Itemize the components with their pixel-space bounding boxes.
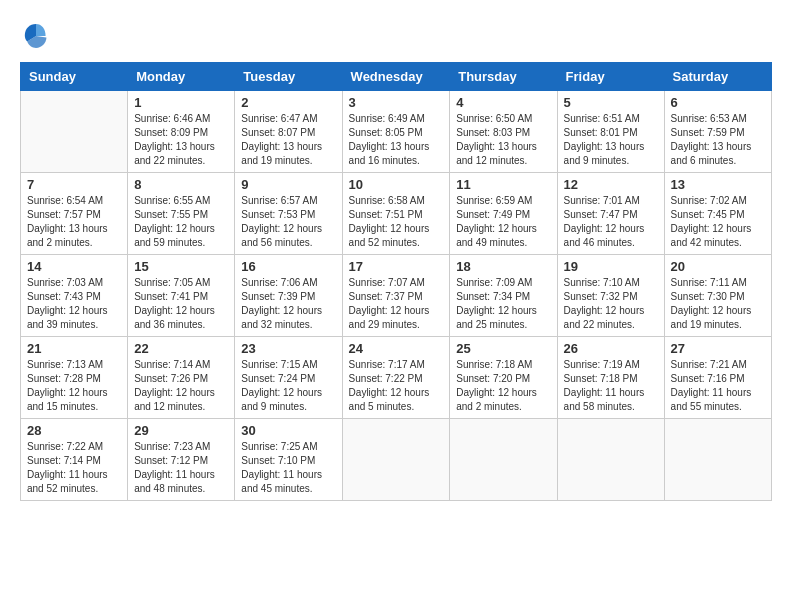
day-number: 27 (671, 341, 765, 356)
logo (20, 20, 56, 52)
day-number: 20 (671, 259, 765, 274)
day-cell: 8Sunrise: 6:55 AM Sunset: 7:55 PM Daylig… (128, 173, 235, 255)
day-cell: 12Sunrise: 7:01 AM Sunset: 7:47 PM Dayli… (557, 173, 664, 255)
day-number: 7 (27, 177, 121, 192)
day-info: Sunrise: 6:57 AM Sunset: 7:53 PM Dayligh… (241, 194, 335, 250)
day-cell: 17Sunrise: 7:07 AM Sunset: 7:37 PM Dayli… (342, 255, 450, 337)
day-info: Sunrise: 7:05 AM Sunset: 7:41 PM Dayligh… (134, 276, 228, 332)
day-number: 16 (241, 259, 335, 274)
day-number: 21 (27, 341, 121, 356)
day-number: 23 (241, 341, 335, 356)
day-info: Sunrise: 6:59 AM Sunset: 7:49 PM Dayligh… (456, 194, 550, 250)
day-info: Sunrise: 6:58 AM Sunset: 7:51 PM Dayligh… (349, 194, 444, 250)
day-info: Sunrise: 7:21 AM Sunset: 7:16 PM Dayligh… (671, 358, 765, 414)
calendar-body: 1Sunrise: 6:46 AM Sunset: 8:09 PM Daylig… (21, 91, 772, 501)
day-info: Sunrise: 7:10 AM Sunset: 7:32 PM Dayligh… (564, 276, 658, 332)
weekday-monday: Monday (128, 63, 235, 91)
day-info: Sunrise: 7:14 AM Sunset: 7:26 PM Dayligh… (134, 358, 228, 414)
day-cell (21, 91, 128, 173)
week-row-1: 1Sunrise: 6:46 AM Sunset: 8:09 PM Daylig… (21, 91, 772, 173)
weekday-header-row: SundayMondayTuesdayWednesdayThursdayFrid… (21, 63, 772, 91)
weekday-thursday: Thursday (450, 63, 557, 91)
day-info: Sunrise: 7:02 AM Sunset: 7:45 PM Dayligh… (671, 194, 765, 250)
day-number: 2 (241, 95, 335, 110)
week-row-2: 7Sunrise: 6:54 AM Sunset: 7:57 PM Daylig… (21, 173, 772, 255)
day-cell: 24Sunrise: 7:17 AM Sunset: 7:22 PM Dayli… (342, 337, 450, 419)
day-info: Sunrise: 7:22 AM Sunset: 7:14 PM Dayligh… (27, 440, 121, 496)
week-row-3: 14Sunrise: 7:03 AM Sunset: 7:43 PM Dayli… (21, 255, 772, 337)
day-info: Sunrise: 6:46 AM Sunset: 8:09 PM Dayligh… (134, 112, 228, 168)
day-cell: 23Sunrise: 7:15 AM Sunset: 7:24 PM Dayli… (235, 337, 342, 419)
day-cell: 5Sunrise: 6:51 AM Sunset: 8:01 PM Daylig… (557, 91, 664, 173)
day-info: Sunrise: 7:11 AM Sunset: 7:30 PM Dayligh… (671, 276, 765, 332)
day-info: Sunrise: 6:55 AM Sunset: 7:55 PM Dayligh… (134, 194, 228, 250)
day-cell: 21Sunrise: 7:13 AM Sunset: 7:28 PM Dayli… (21, 337, 128, 419)
day-cell: 15Sunrise: 7:05 AM Sunset: 7:41 PM Dayli… (128, 255, 235, 337)
day-cell: 22Sunrise: 7:14 AM Sunset: 7:26 PM Dayli… (128, 337, 235, 419)
day-info: Sunrise: 6:47 AM Sunset: 8:07 PM Dayligh… (241, 112, 335, 168)
day-number: 17 (349, 259, 444, 274)
day-cell: 9Sunrise: 6:57 AM Sunset: 7:53 PM Daylig… (235, 173, 342, 255)
day-info: Sunrise: 7:18 AM Sunset: 7:20 PM Dayligh… (456, 358, 550, 414)
day-cell: 14Sunrise: 7:03 AM Sunset: 7:43 PM Dayli… (21, 255, 128, 337)
day-number: 29 (134, 423, 228, 438)
day-cell: 30Sunrise: 7:25 AM Sunset: 7:10 PM Dayli… (235, 419, 342, 501)
day-number: 18 (456, 259, 550, 274)
day-number: 19 (564, 259, 658, 274)
day-info: Sunrise: 7:25 AM Sunset: 7:10 PM Dayligh… (241, 440, 335, 496)
calendar: SundayMondayTuesdayWednesdayThursdayFrid… (20, 62, 772, 501)
day-cell: 25Sunrise: 7:18 AM Sunset: 7:20 PM Dayli… (450, 337, 557, 419)
day-cell: 27Sunrise: 7:21 AM Sunset: 7:16 PM Dayli… (664, 337, 771, 419)
day-number: 24 (349, 341, 444, 356)
day-info: Sunrise: 7:19 AM Sunset: 7:18 PM Dayligh… (564, 358, 658, 414)
day-info: Sunrise: 6:53 AM Sunset: 7:59 PM Dayligh… (671, 112, 765, 168)
day-cell: 3Sunrise: 6:49 AM Sunset: 8:05 PM Daylig… (342, 91, 450, 173)
day-info: Sunrise: 6:50 AM Sunset: 8:03 PM Dayligh… (456, 112, 550, 168)
day-cell: 19Sunrise: 7:10 AM Sunset: 7:32 PM Dayli… (557, 255, 664, 337)
day-info: Sunrise: 7:03 AM Sunset: 7:43 PM Dayligh… (27, 276, 121, 332)
week-row-4: 21Sunrise: 7:13 AM Sunset: 7:28 PM Dayli… (21, 337, 772, 419)
day-info: Sunrise: 6:51 AM Sunset: 8:01 PM Dayligh… (564, 112, 658, 168)
day-number: 14 (27, 259, 121, 274)
day-cell: 11Sunrise: 6:59 AM Sunset: 7:49 PM Dayli… (450, 173, 557, 255)
day-cell: 1Sunrise: 6:46 AM Sunset: 8:09 PM Daylig… (128, 91, 235, 173)
day-cell (557, 419, 664, 501)
day-cell: 29Sunrise: 7:23 AM Sunset: 7:12 PM Dayli… (128, 419, 235, 501)
day-number: 3 (349, 95, 444, 110)
day-number: 11 (456, 177, 550, 192)
day-info: Sunrise: 7:09 AM Sunset: 7:34 PM Dayligh… (456, 276, 550, 332)
day-number: 28 (27, 423, 121, 438)
day-cell (342, 419, 450, 501)
day-number: 6 (671, 95, 765, 110)
page-header (20, 20, 772, 52)
day-cell (664, 419, 771, 501)
day-number: 1 (134, 95, 228, 110)
day-number: 12 (564, 177, 658, 192)
day-number: 26 (564, 341, 658, 356)
day-info: Sunrise: 7:23 AM Sunset: 7:12 PM Dayligh… (134, 440, 228, 496)
day-cell: 16Sunrise: 7:06 AM Sunset: 7:39 PM Dayli… (235, 255, 342, 337)
day-cell: 28Sunrise: 7:22 AM Sunset: 7:14 PM Dayli… (21, 419, 128, 501)
week-row-5: 28Sunrise: 7:22 AM Sunset: 7:14 PM Dayli… (21, 419, 772, 501)
day-cell: 10Sunrise: 6:58 AM Sunset: 7:51 PM Dayli… (342, 173, 450, 255)
day-info: Sunrise: 6:49 AM Sunset: 8:05 PM Dayligh… (349, 112, 444, 168)
day-cell: 26Sunrise: 7:19 AM Sunset: 7:18 PM Dayli… (557, 337, 664, 419)
day-info: Sunrise: 7:06 AM Sunset: 7:39 PM Dayligh… (241, 276, 335, 332)
day-cell: 18Sunrise: 7:09 AM Sunset: 7:34 PM Dayli… (450, 255, 557, 337)
weekday-tuesday: Tuesday (235, 63, 342, 91)
day-number: 9 (241, 177, 335, 192)
day-cell: 20Sunrise: 7:11 AM Sunset: 7:30 PM Dayli… (664, 255, 771, 337)
day-number: 22 (134, 341, 228, 356)
day-number: 10 (349, 177, 444, 192)
day-info: Sunrise: 7:01 AM Sunset: 7:47 PM Dayligh… (564, 194, 658, 250)
weekday-wednesday: Wednesday (342, 63, 450, 91)
day-info: Sunrise: 6:54 AM Sunset: 7:57 PM Dayligh… (27, 194, 121, 250)
day-cell (450, 419, 557, 501)
weekday-saturday: Saturday (664, 63, 771, 91)
day-number: 15 (134, 259, 228, 274)
logo-icon (20, 20, 52, 52)
day-number: 5 (564, 95, 658, 110)
day-number: 25 (456, 341, 550, 356)
day-cell: 13Sunrise: 7:02 AM Sunset: 7:45 PM Dayli… (664, 173, 771, 255)
weekday-sunday: Sunday (21, 63, 128, 91)
